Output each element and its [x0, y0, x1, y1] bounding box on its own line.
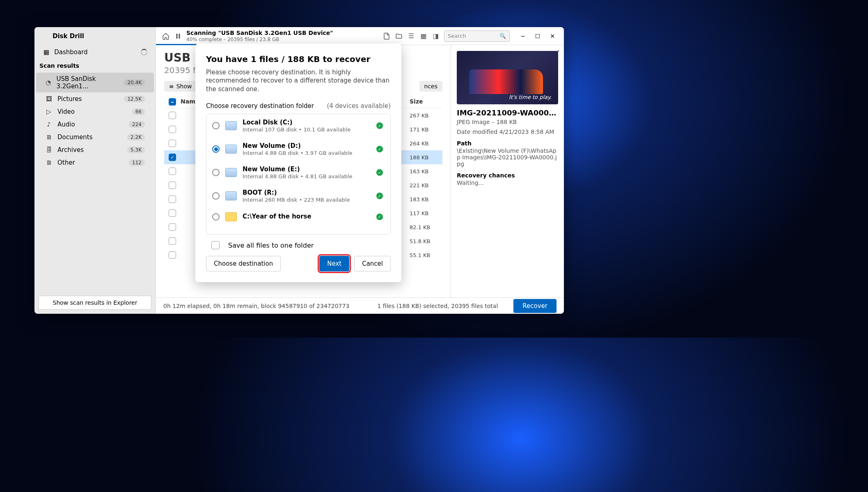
scan-title: Scanning "USB SanDisk 3.2Gen1 USB Device…	[186, 30, 378, 37]
next-button[interactable]: Next	[319, 256, 349, 271]
destination-radio[interactable]	[212, 145, 220, 153]
sidebar-item-count: 66	[132, 108, 145, 115]
status-right: 1 files (188 KB) selected, 20395 files t…	[377, 303, 498, 309]
list-view-icon[interactable]: ☰	[407, 32, 415, 40]
sidebar-item-count: 12.5K	[124, 96, 145, 102]
check-icon: ✓	[376, 214, 383, 220]
row-checkbox[interactable]	[169, 195, 176, 203]
sidebar-item-label: Audio	[57, 121, 75, 128]
destination-radio[interactable]	[212, 213, 220, 221]
destination-radio[interactable]	[212, 192, 220, 200]
sidebar-item-icon: 🗄	[45, 146, 53, 154]
minimize-button[interactable]: ─	[517, 30, 529, 42]
toolbar: Scanning "USB SanDisk 3.2Gen1 USB Device…	[156, 27, 564, 45]
destination-sub: Internal 260 MB disk • 223 MB available	[243, 197, 371, 203]
app-header: Disk Drill	[34, 27, 156, 45]
recover-button[interactable]: Recover	[513, 299, 557, 313]
row-size: 221 KB	[410, 182, 442, 189]
destination-option[interactable]: BOOT (R:)Internal 260 MB disk • 223 MB a…	[206, 184, 389, 208]
sidebar-item-icon: ◔	[45, 79, 51, 86]
folder-icon[interactable]	[395, 32, 403, 40]
row-size: 188 KB	[410, 154, 442, 161]
sidebar-item-icon: 🗎	[45, 159, 53, 166]
row-checkbox[interactable]	[169, 140, 176, 147]
check-icon: ✓	[376, 193, 383, 199]
row-checkbox[interactable]	[169, 126, 176, 133]
sidebar-item-0[interactable]: ◔USB SanDisk 3.2Gen1...20.4K	[36, 73, 154, 92]
check-icon: ✓	[376, 122, 383, 129]
preview-thumbnail[interactable]: It's time to play.	[457, 51, 558, 104]
check-icon: ✓	[376, 169, 383, 176]
destination-option[interactable]: New Volume (D:)Internal 4.88 GB disk • 3…	[206, 138, 389, 161]
filter-show[interactable]: ≡Show	[164, 81, 197, 92]
destination-sub: Internal 4.88 GB disk • 4.81 GB availabl…	[243, 173, 371, 180]
grid-view-icon[interactable]: ▦	[419, 32, 428, 40]
sidebar-item-2[interactable]: ▷Video66	[36, 106, 154, 118]
destination-radio[interactable]	[212, 169, 220, 176]
filter-chances[interactable]: nces	[419, 81, 442, 92]
cancel-button[interactable]: Cancel	[354, 256, 391, 271]
pause-icon[interactable]	[174, 32, 182, 40]
sidebar-item-count: 5.3K	[127, 147, 145, 153]
home-icon[interactable]	[162, 32, 170, 40]
drive-icon	[225, 145, 237, 154]
preview-rc: Waiting...	[457, 179, 558, 186]
preview-type: JPEG Image – 188 KB	[457, 119, 558, 125]
sidebar-item-count: 224	[129, 121, 145, 128]
destination-sub: Internal 107 GB disk • 10.1 GB available	[243, 126, 371, 133]
destination-sub: Internal 4.88 GB disk • 3.97 GB availabl…	[243, 150, 371, 156]
sidebar-item-count: 2.2K	[127, 134, 145, 140]
sidebar-item-1[interactable]: 🖼Pictures12.5K	[36, 93, 154, 105]
col-size[interactable]: Size	[410, 98, 442, 106]
show-in-explorer-button[interactable]: Show scan results in Explorer	[39, 296, 151, 310]
sidebar-item-label: Pictures	[57, 95, 82, 103]
destination-option[interactable]: C:\Year of the horse✓	[206, 208, 389, 226]
recovery-destination-dialog: You have 1 files / 188 KB to recover Ple…	[195, 44, 401, 282]
sidebar-item-3[interactable]: ♪Audio224	[36, 118, 154, 131]
select-all-checkbox[interactable]: –	[169, 98, 176, 106]
svg-rect-1	[179, 34, 180, 39]
drive-icon	[225, 121, 237, 130]
devices-count: (4 devices available)	[327, 102, 391, 110]
sidebar-item-6[interactable]: 🗎Other112	[36, 156, 154, 169]
spinner-icon	[141, 49, 147, 55]
search-input[interactable]: Search 🔍	[444, 30, 510, 42]
maximize-button[interactable]: ☐	[532, 30, 543, 42]
svg-rect-0	[176, 34, 178, 39]
search-placeholder: Search	[448, 33, 466, 39]
row-checkbox[interactable]	[169, 168, 176, 175]
destination-name: BOOT (R:)	[243, 189, 371, 197]
scan-status: Scanning "USB SanDisk 3.2Gen1 USB Device…	[186, 30, 378, 42]
dialog-title: You have 1 files / 188 KB to recover	[206, 54, 391, 64]
file-icon[interactable]	[382, 32, 391, 40]
sidebar-item-5[interactable]: 🗄Archives5.3K	[36, 144, 154, 156]
row-size: 55.1 KB	[410, 252, 442, 258]
menu-icon[interactable]	[39, 32, 48, 40]
close-button[interactable]: ✕	[547, 30, 558, 42]
choose-destination-button[interactable]: Choose destination	[206, 256, 281, 271]
search-icon: 🔍	[499, 33, 506, 39]
sidebar-item-icon: 🖼	[45, 95, 53, 103]
destination-name: Local Disk (C:)	[243, 119, 371, 126]
sidebar-item-label: Other	[57, 159, 75, 166]
sidebar-item-icon: ▷	[45, 108, 53, 115]
row-checkbox[interactable]	[169, 251, 176, 259]
dashboard-label: Dashboard	[54, 48, 87, 56]
row-checkbox[interactable]: ✓	[169, 154, 176, 161]
row-checkbox[interactable]	[169, 112, 176, 119]
row-checkbox[interactable]	[169, 209, 176, 217]
panel-icon[interactable]: ◨	[432, 32, 440, 40]
sidebar-item-4[interactable]: 🗎Documents2.2K	[36, 131, 154, 143]
row-size: 51.8 KB	[410, 238, 442, 244]
row-size: 82.1 KB	[410, 224, 442, 230]
row-checkbox[interactable]	[169, 237, 176, 245]
destination-option[interactable]: Local Disk (C:)Internal 107 GB disk • 10…	[206, 114, 389, 138]
destination-radio[interactable]	[212, 122, 220, 129]
row-checkbox[interactable]	[169, 223, 176, 231]
app-title: Disk Drill	[53, 32, 84, 40]
save-one-folder-checkbox[interactable]	[211, 241, 220, 249]
sidebar-dashboard[interactable]: ▦ Dashboard	[34, 45, 156, 59]
destination-option[interactable]: New Volume (E:)Internal 4.88 GB disk • 4…	[206, 161, 389, 184]
row-checkbox[interactable]	[169, 182, 176, 189]
sidebar-item-label: USB SanDisk 3.2Gen1...	[56, 75, 119, 90]
